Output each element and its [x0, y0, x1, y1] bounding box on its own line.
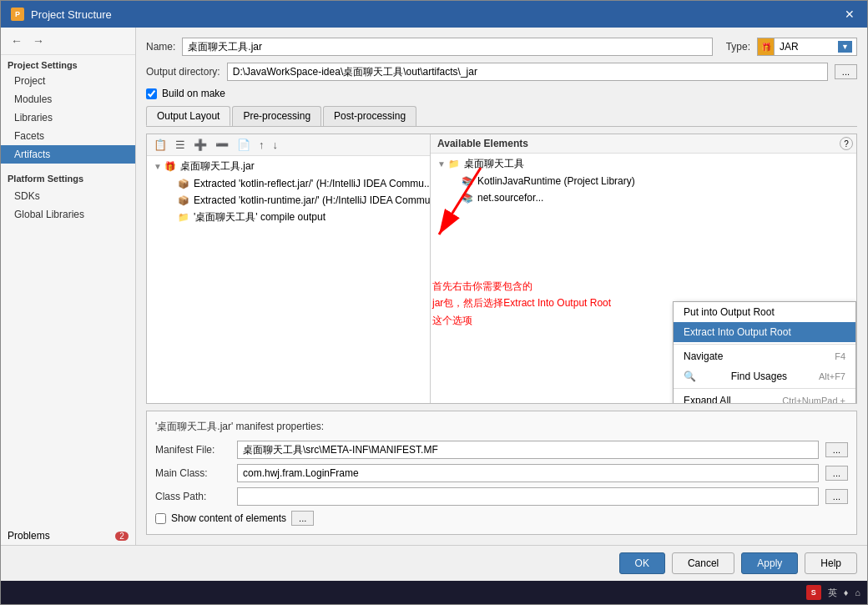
ctx-find-usages-label: Find Usages [731, 371, 787, 382]
ctx-expand-all-shortcut: Ctrl+NumPad + [782, 396, 845, 403]
sidebar-item-global-libraries[interactable]: Global Libraries [1, 205, 135, 224]
compile-icon: 📁 [177, 211, 190, 224]
left-tool-btn-2[interactable]: ☰ [172, 137, 189, 153]
expand-icon-root: ▼ [154, 162, 164, 171]
left-pane: 📋 ☰ ➕ ➖ 📄 ↑ ↓ ▼ 🎁 桌面聊天工具.jar [147, 134, 431, 403]
manifest-file-browse-button[interactable]: ... [825, 442, 848, 457]
name-input[interactable] [182, 38, 712, 56]
right-expand-root: ▼ [437, 159, 447, 169]
ctx-put-into-output-root[interactable]: Put into Output Root [674, 302, 855, 322]
class-path-input[interactable] [237, 487, 819, 506]
show-content-label: Show content of elements [171, 512, 286, 524]
context-menu: Put into Output Root Extract Into Output… [673, 301, 856, 403]
left-pane-toolbar: 📋 ☰ ➕ ➖ 📄 ↑ ↓ [147, 134, 430, 156]
class-path-label: Class Path: [155, 491, 230, 502]
taskbar-app-icon[interactable]: S [806, 585, 821, 600]
ctx-find-usages[interactable]: 🔍 Find Usages Alt+F7 [674, 366, 855, 386]
lib-icon-1: 📚 [461, 174, 474, 188]
build-on-make-checkbox[interactable] [146, 88, 157, 99]
sidebar-item-artifacts[interactable]: Artifacts [1, 145, 135, 164]
tree-item-kotlin-runtime[interactable]: 📦 Extracted 'kotlin-runtime.jar/' (H:/In… [147, 192, 430, 209]
show-content-button[interactable]: ... [291, 511, 314, 526]
main-class-input[interactable] [237, 464, 819, 482]
manifest-file-row: Manifest File: ... [155, 441, 848, 459]
right-tree-item-kotlin-runtime-lib[interactable]: 📚 KotlinJavaRuntime (Project Library) [431, 173, 856, 189]
ctx-extract-into-output-root[interactable]: Extract Into Output Root [674, 322, 855, 342]
tab-output-layout[interactable]: Output Layout [146, 106, 230, 126]
tree-item-compile-output[interactable]: 📁 '桌面聊天工具' compile output [147, 209, 430, 226]
right-tree-item-root[interactable]: ▼ 📁 桌面聊天工具 [431, 155, 856, 173]
left-tool-btn-add[interactable]: ➕ [190, 137, 210, 153]
right-pane-help-button[interactable]: ? [840, 137, 853, 150]
sidebar-item-modules[interactable]: Modules [1, 90, 135, 108]
ctx-separator-1 [674, 344, 855, 345]
sidebar-item-sdks[interactable]: SDKs [1, 187, 135, 205]
sidebar-item-project[interactable]: Project [1, 72, 135, 90]
output-dir-label: Output directory: [146, 66, 220, 78]
type-select[interactable]: JAR [774, 38, 857, 56]
ctx-navigate-label: Navigate [684, 350, 723, 362]
problems-label: Problems [8, 530, 50, 542]
output-dir-browse-button[interactable]: ... [835, 64, 857, 79]
left-tool-btn-remove[interactable]: ➖ [212, 137, 232, 153]
right-tree-label-root: 桌面聊天工具 [464, 157, 524, 171]
ctx-expand-all-label: Expand All [684, 395, 731, 403]
forward-button[interactable]: → [29, 33, 48, 49]
ctx-expand-all[interactable]: Expand All Ctrl+NumPad + [674, 391, 855, 403]
tree-item-kotlin-reflect[interactable]: 📦 Extracted 'kotlin-reflect.jar/' (H:/In… [147, 175, 430, 192]
taskbar-icon-2: ♦ [844, 587, 849, 597]
type-icon: 🎁 [757, 38, 774, 56]
main-content: ← → Project Settings Project Modules Lib… [1, 28, 867, 545]
left-tool-btn-up[interactable]: ↑ [255, 137, 268, 153]
ctx-separator-2 [674, 388, 855, 389]
sidebar-item-facets[interactable]: Facets [1, 127, 135, 145]
back-button[interactable]: ← [8, 33, 26, 49]
manifest-file-label: Manifest File: [155, 444, 230, 456]
extract-icon-2: 📦 [177, 194, 190, 207]
right-tree-label-kotlin-lib: KotlinJavaRuntime (Project Library) [477, 175, 635, 187]
type-select-wrap: 🎁 JAR [757, 38, 857, 56]
type-select-container: JAR [774, 38, 857, 56]
manifest-section: '桌面聊天工具.jar' manifest properties: Manife… [146, 411, 857, 535]
name-type-row: Name: Type: 🎁 JAR [146, 38, 857, 56]
right-pane-toolbar: Available Elements ? [431, 134, 856, 154]
left-tool-btn-5[interactable]: 📄 [234, 137, 254, 153]
problems-badge: 2 [115, 532, 129, 541]
cancel-button[interactable]: Cancel [672, 552, 734, 574]
tree-label-kotlin-reflect: Extracted 'kotlin-reflect.jar/' (H:/Inte… [194, 178, 430, 189]
class-path-row: Class Path: ... [155, 487, 848, 506]
ok-button[interactable]: OK [619, 552, 665, 574]
main-class-label: Main Class: [155, 467, 230, 479]
tree-label-compile: '桌面聊天工具' compile output [194, 210, 326, 224]
right-tree-item-net-sourcefor[interactable]: 📚 net.sourcefor... [431, 189, 856, 206]
ctx-navigate[interactable]: Navigate F4 [674, 346, 855, 366]
left-tool-btn-down[interactable]: ↓ [270, 137, 282, 153]
tab-pre-processing[interactable]: Pre-processing [232, 106, 321, 126]
apply-button[interactable]: Apply [741, 552, 798, 574]
dialog-title: Project Structure [31, 8, 112, 21]
tab-post-processing[interactable]: Post-processing [323, 106, 416, 126]
title-bar: P Project Structure ✕ [1, 1, 867, 28]
project-structure-dialog: P Project Structure ✕ ← → Project Settin… [0, 0, 868, 605]
content-area: Name: Type: 🎁 JAR Output directory: ... [136, 28, 867, 545]
show-content-checkbox[interactable] [155, 513, 166, 524]
output-dir-input[interactable] [227, 63, 828, 81]
manifest-file-input[interactable] [237, 441, 819, 459]
ctx-extract-label: Extract Into Output Root [684, 326, 791, 338]
left-tree-area: ▼ 🎁 桌面聊天工具.jar 📦 Extracted 'kotlin-refle… [147, 156, 430, 403]
bottom-bar: OK Cancel Apply Help [1, 545, 867, 581]
sidebar-item-problems[interactable]: Problems 2 [1, 527, 135, 545]
left-tool-btn-1[interactable]: 📋 [150, 137, 170, 153]
show-content-row: Show content of elements ... [155, 511, 848, 526]
main-class-browse-button[interactable]: ... [825, 466, 848, 481]
class-path-browse-button[interactable]: ... [825, 489, 848, 504]
taskbar-icon-3: ⌂ [855, 587, 860, 597]
sidebar-item-libraries[interactable]: Libraries [1, 108, 135, 127]
close-button[interactable]: ✕ [842, 7, 857, 22]
ctx-navigate-shortcut: F4 [835, 351, 845, 361]
nav-back-bar: ← → [1, 28, 135, 55]
ctx-find-usages-shortcut: Alt+F7 [819, 371, 845, 381]
tree-item-root-jar[interactable]: ▼ 🎁 桌面聊天工具.jar [147, 158, 430, 175]
help-button[interactable]: Help [805, 552, 857, 574]
build-on-make-label: Build on make [162, 88, 225, 99]
